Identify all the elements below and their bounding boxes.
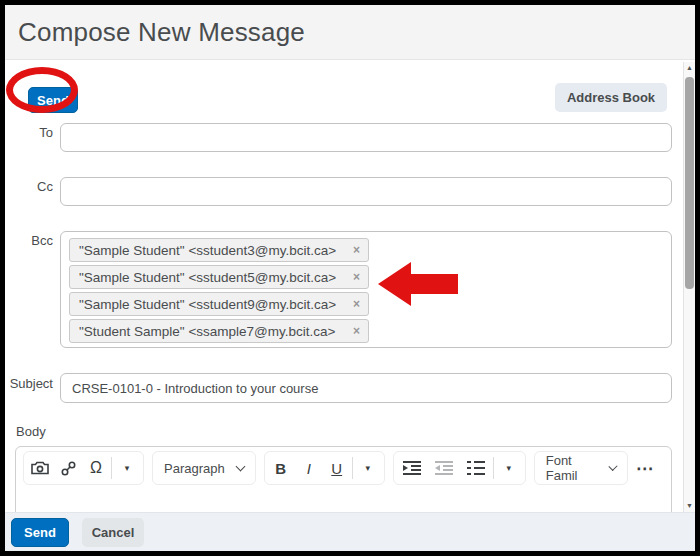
- special-characters-button[interactable]: Ω: [82, 453, 110, 483]
- recipient-tag: "Student Sample" <ssample7@my.bcit.ca> ×: [69, 319, 369, 343]
- cc-label: Cc: [5, 179, 53, 194]
- omega-icon: Ω: [90, 459, 102, 477]
- font-family-dropdown[interactable]: Font Famil: [534, 451, 628, 485]
- cancel-button[interactable]: Cancel: [82, 518, 144, 547]
- bold-button[interactable]: B: [267, 453, 295, 483]
- toolbar-separator: [493, 457, 494, 479]
- font-family-value: Font Famil: [546, 453, 598, 483]
- paragraph-style-dropdown[interactable]: Paragraph: [152, 451, 256, 485]
- body-label: Body: [16, 424, 46, 439]
- bcc-field[interactable]: "Sample Student" <sstudent3@my.bcit.ca> …: [60, 231, 672, 348]
- recipient-tag: "Sample Student" <sstudent5@my.bcit.ca> …: [69, 265, 369, 289]
- insert-options-dropdown[interactable]: ▾: [113, 453, 141, 483]
- list-options-dropdown[interactable]: ▾: [495, 453, 523, 483]
- link-icon: [61, 461, 76, 476]
- recipient-tag: "Sample Student" <sstudent3@my.bcit.ca> …: [69, 238, 369, 262]
- chevron-down-icon: ▾: [365, 463, 370, 473]
- dialog-content: Send Address Book To Cc Bcc "Sample Stud…: [5, 61, 695, 512]
- recipient-text: "Student Sample" <ssample7@my.bcit.ca>: [79, 324, 335, 339]
- subject-input[interactable]: [60, 373, 672, 403]
- dialog-header: Compose New Message: [5, 5, 695, 60]
- cc-input[interactable]: [60, 177, 672, 206]
- insert-group: Ω ▾: [23, 451, 144, 485]
- format-options-dropdown[interactable]: ▾: [354, 453, 382, 483]
- chevron-down-icon: [235, 461, 245, 471]
- remove-recipient-icon[interactable]: ×: [345, 325, 360, 337]
- to-input[interactable]: [60, 123, 672, 152]
- page-title: Compose New Message: [5, 5, 695, 59]
- send-button[interactable]: Send: [28, 87, 78, 113]
- italic-button[interactable]: I: [295, 453, 323, 483]
- editor-toolbar: Ω ▾ Paragraph B I U ▾: [16, 447, 671, 489]
- scroll-up-icon[interactable]: ▲: [684, 63, 695, 73]
- format-group: B I U ▾: [264, 451, 385, 485]
- to-label: To: [5, 125, 53, 140]
- send-button-bottom[interactable]: Send: [11, 518, 69, 547]
- more-actions-button[interactable]: ⋯: [636, 458, 654, 479]
- scrollbar[interactable]: ▲ ▼: [683, 62, 696, 512]
- insert-link-button[interactable]: [54, 453, 82, 483]
- list-icon: [467, 461, 485, 475]
- outdent-icon: [435, 461, 453, 475]
- bullet-list-button[interactable]: [460, 453, 492, 483]
- scrollbar-thumb[interactable]: [685, 77, 694, 289]
- underline-button[interactable]: U: [323, 453, 351, 483]
- indent-icon: [403, 461, 421, 475]
- recipient-text: "Sample Student" <sstudent3@my.bcit.ca>: [79, 243, 336, 258]
- body-text-area[interactable]: [16, 489, 671, 512]
- camera-icon: [31, 461, 49, 475]
- recipient-text: "Sample Student" <sstudent5@my.bcit.ca>: [79, 270, 336, 285]
- insert-image-button[interactable]: [26, 453, 54, 483]
- list-group: ▾: [393, 451, 526, 485]
- dialog-footer: Send Cancel: [5, 512, 695, 551]
- remove-recipient-icon[interactable]: ×: [345, 271, 360, 283]
- body-editor: Ω ▾ Paragraph B I U ▾: [15, 446, 672, 512]
- chevron-down-icon: [608, 461, 617, 470]
- paragraph-style-value: Paragraph: [164, 461, 225, 476]
- increase-indent-button[interactable]: [396, 453, 428, 483]
- remove-recipient-icon[interactable]: ×: [345, 298, 360, 310]
- recipient-tag: "Sample Student" <sstudent9@my.bcit.ca> …: [69, 292, 369, 316]
- chevron-down-icon: ▾: [506, 463, 511, 473]
- decrease-indent-button[interactable]: [428, 453, 460, 483]
- toolbar-separator: [111, 457, 112, 479]
- toolbar-separator: [352, 457, 353, 479]
- remove-recipient-icon[interactable]: ×: [345, 244, 360, 256]
- address-book-button[interactable]: Address Book: [555, 83, 667, 112]
- recipient-text: "Sample Student" <sstudent9@my.bcit.ca>: [79, 297, 336, 312]
- subject-label: Subject: [5, 376, 53, 391]
- scroll-down-icon[interactable]: ▼: [684, 501, 695, 511]
- compose-message-window: Compose New Message Send Address Book To…: [0, 0, 700, 556]
- bcc-label: Bcc: [5, 233, 53, 248]
- chevron-down-icon: ▾: [125, 463, 130, 473]
